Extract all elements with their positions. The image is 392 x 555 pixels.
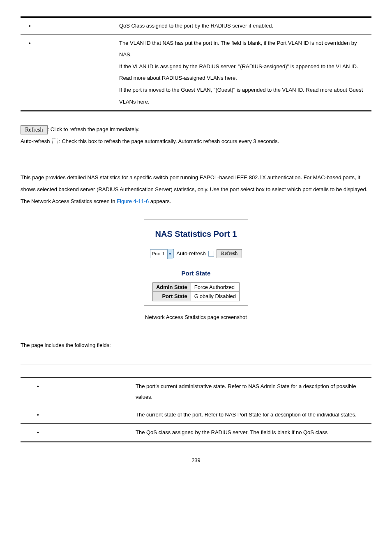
port-state-value: Globally Disabled [191,292,239,301]
port-state-table: Admin State Force Authorized Port State … [152,282,240,301]
figure-caption: Network Access Statistics page screensho… [21,312,371,324]
row-bullet [21,377,131,406]
autorefresh-checkbox[interactable] [208,251,214,257]
port-state-heading: Port State [150,266,242,280]
top-definitions-table: QoS Class assigned to the port by the RA… [21,16,371,111]
autorefresh-figure-label: Auto-refresh [176,248,206,260]
chevron-down-icon: ▾ [167,249,173,259]
port-select[interactable]: Port 1 ▾ [150,249,174,258]
autorefresh-text: : Check this box to refresh the page aut… [59,138,279,144]
paragraph-post: appears. [149,198,171,204]
row-bullet [21,423,131,442]
port-state-label: Port State [152,292,191,301]
autorefresh-note: Auto-refresh : Check this box to refresh… [21,136,371,148]
table-row: The VLAN ID that NAS has put the port in… [21,35,371,111]
table-row: The current state of the port. Refer to … [21,406,371,423]
table-row: The QoS class assigned by the RADIUS ser… [21,423,371,442]
table-row: QoS Class assigned to the port by the RA… [21,17,371,35]
page-number: 239 [21,455,371,467]
fields-intro: The page includes the following fields: [21,340,371,352]
intro-paragraph: This page provides detailed NAS statisti… [21,172,371,207]
figure-box: NAS Statistics Port 1 Port 1 ▾ Auto-refr… [144,220,248,306]
row-bullet [21,35,115,111]
table-row: Port State Globally Disabled [152,292,239,301]
figure-container: NAS Statistics Port 1 Port 1 ▾ Auto-refr… [21,220,371,323]
port-state-label: Admin State [152,282,191,292]
refresh-note: Refresh: Click to refresh the page immed… [21,124,371,136]
refresh-click-text: : Click to refresh the page immediately. [48,126,140,132]
row-desc: The QoS class assigned by the RADIUS ser… [131,423,371,442]
row-desc: The current state of the port. Refer to … [131,406,371,423]
table-row: Admin State Force Authorized [152,282,239,292]
figure-title: NAS Statistics Port 1 [150,225,242,243]
row-desc: The VLAN ID that NAS has put the port in… [115,35,371,111]
figure-refresh-button[interactable]: Refresh [217,249,242,258]
row-bullet [21,17,115,35]
paragraph-pre: This page provides detailed NAS statisti… [21,174,367,204]
row-desc: The port's current administrative state.… [131,377,371,406]
autorefresh-label: Auto-refresh [21,138,51,144]
row-bullet [21,406,131,423]
table-row: The port's current administrative state.… [21,377,371,406]
figure-link[interactable]: Figure 4-11-6 [117,198,149,204]
refresh-button[interactable]: Refresh [21,125,48,134]
checkbox-icon[interactable] [52,139,58,144]
row-desc: QoS Class assigned to the port by the RA… [115,17,371,35]
fields-table: The port's current administrative state.… [21,364,371,442]
port-state-value: Force Authorized [191,282,239,292]
port-select-value: Port 1 [152,248,165,260]
fields-header-row [21,364,371,377]
figure-controls: Port 1 ▾ Auto-refresh Refresh [150,247,242,265]
